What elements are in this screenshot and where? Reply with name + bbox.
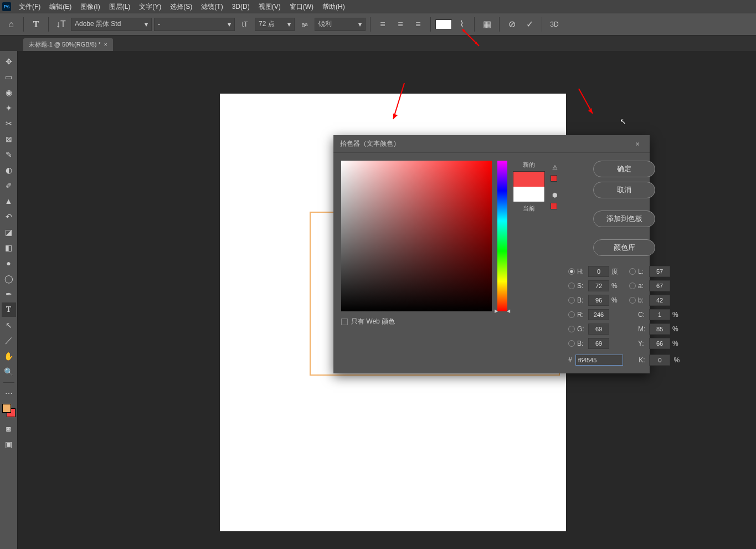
- align-left-icon[interactable]: ≡: [375, 17, 390, 32]
- separator: [499, 17, 500, 32]
- radio-bv[interactable]: [568, 297, 575, 304]
- type-tool-icon[interactable]: T: [2, 302, 16, 317]
- commit-icon[interactable]: ✓: [522, 17, 537, 32]
- radio-s[interactable]: [568, 283, 575, 289]
- warp-text-icon[interactable]: ⌇: [454, 17, 470, 32]
- menu-file[interactable]: 文件(F): [14, 0, 45, 13]
- dialog-title: 拾色器（文本颜色）: [340, 139, 400, 148]
- font-family-select[interactable]: Adobe 黑体 Std▾: [71, 18, 152, 31]
- brush-tool-icon[interactable]: ✐: [2, 178, 16, 193]
- menu-layer[interactable]: 图层(L): [105, 0, 135, 13]
- foreground-color[interactable]: [2, 404, 11, 413]
- font-style-select[interactable]: -▾: [154, 18, 235, 31]
- gamut-warning-icon[interactable]: ⚠: [551, 163, 559, 172]
- anti-alias-select[interactable]: 锐利▾: [315, 18, 366, 31]
- menu-select[interactable]: 选择(S): [166, 0, 197, 13]
- eraser-tool-icon[interactable]: ◪: [2, 225, 16, 239]
- color-swatches[interactable]: [2, 404, 16, 417]
- home-icon[interactable]: ⌂: [3, 17, 19, 32]
- input-k[interactable]: [649, 355, 670, 366]
- gradient-tool-icon[interactable]: ◧: [2, 240, 16, 255]
- magic-wand-tool-icon[interactable]: ✦: [2, 101, 16, 115]
- radio-g[interactable]: [568, 326, 575, 332]
- blur-tool-icon[interactable]: ●: [2, 256, 16, 270]
- panel-icon[interactable]: ▦: [479, 17, 495, 32]
- eyedropper-tool-icon[interactable]: ✎: [2, 147, 16, 162]
- crop-tool-icon[interactable]: ✂: [2, 116, 16, 131]
- menu-view[interactable]: 视图(V): [254, 0, 285, 13]
- separator: [430, 17, 431, 32]
- input-m[interactable]: [649, 324, 670, 335]
- radio-l[interactable]: [629, 268, 636, 275]
- 3d-icon[interactable]: 3D: [547, 17, 562, 32]
- screen-mode-icon[interactable]: ▣: [2, 437, 16, 451]
- input-h[interactable]: [588, 266, 609, 277]
- radio-r[interactable]: [568, 311, 575, 318]
- font-size-select[interactable]: 72 点▾: [255, 18, 295, 31]
- input-c[interactable]: [649, 309, 670, 320]
- dialog-titlebar[interactable]: 拾色器（文本颜色） ×: [333, 135, 650, 153]
- input-hex[interactable]: [575, 355, 623, 366]
- healing-tool-icon[interactable]: ◐: [2, 163, 16, 177]
- edit-toolbar-icon[interactable]: ⋯: [2, 386, 16, 401]
- radio-h[interactable]: [568, 268, 575, 275]
- document-tab[interactable]: 未标题-1 @ 50%(RGB/8) * ×: [23, 38, 113, 51]
- text-color-swatch[interactable]: [435, 19, 452, 29]
- pen-tool-icon[interactable]: ✒: [2, 287, 16, 301]
- web-only-checkbox[interactable]: [341, 319, 348, 325]
- close-icon[interactable]: ×: [632, 140, 643, 148]
- cursor-icon: ↖: [620, 117, 626, 126]
- separator: [3, 382, 14, 383]
- move-tool-icon[interactable]: ✥: [2, 54, 16, 69]
- hue-slider[interactable]: ▶◀: [497, 161, 507, 311]
- history-brush-tool-icon[interactable]: ↶: [2, 209, 16, 224]
- input-b[interactable]: [649, 295, 670, 306]
- lasso-tool-icon[interactable]: ◉: [2, 85, 16, 100]
- color-lib-button[interactable]: 颜色库: [593, 239, 655, 256]
- menu-image[interactable]: 图像(I): [76, 0, 104, 13]
- line-tool-icon[interactable]: ／: [2, 333, 16, 348]
- frame-tool-icon[interactable]: ⊠: [2, 132, 16, 146]
- input-g[interactable]: [588, 324, 609, 335]
- input-bb[interactable]: [588, 338, 609, 349]
- hand-tool-icon[interactable]: ✋: [2, 349, 16, 363]
- document-tab-bar: 未标题-1 @ 50%(RGB/8) * ×: [0, 35, 756, 51]
- marquee-tool-icon[interactable]: ▭: [2, 70, 16, 84]
- quick-mask-icon[interactable]: ◙: [2, 422, 16, 436]
- gamut-swatch[interactable]: [551, 175, 557, 182]
- radio-bb[interactable]: [568, 340, 575, 347]
- menu-type[interactable]: 文字(Y): [135, 0, 166, 13]
- menu-window[interactable]: 窗口(W): [285, 0, 318, 13]
- input-s[interactable]: [588, 280, 609, 291]
- align-right-icon[interactable]: ≡: [410, 17, 426, 32]
- menu-3d[interactable]: 3D(D): [228, 0, 254, 13]
- websafe-swatch[interactable]: [551, 203, 557, 209]
- input-bv[interactable]: [588, 295, 609, 306]
- menu-filter[interactable]: 滤镜(T): [197, 0, 227, 13]
- canvas-area[interactable]: 拾色器（文本颜色） × ▶◀ 新的: [18, 51, 756, 549]
- stamp-tool-icon[interactable]: ▲: [2, 194, 16, 208]
- radio-b[interactable]: [629, 297, 636, 304]
- saturation-box[interactable]: [341, 161, 492, 311]
- websafe-warning-icon[interactable]: ⬢: [551, 191, 559, 199]
- cancel-button[interactable]: 取消: [593, 182, 655, 198]
- close-tab-icon[interactable]: ×: [104, 42, 107, 48]
- text-orientation-icon[interactable]: ↓T: [53, 17, 69, 32]
- toolbar: ✥ ▭ ◉ ✦ ✂ ⊠ ✎ ◐ ✐ ▲ ↶ ◪ ◧ ● ◯ ✒ T ↖ ／ ✋ …: [0, 51, 18, 549]
- add-swatch-button[interactable]: 添加到色板: [593, 211, 655, 227]
- current-color-swatch: [513, 187, 544, 202]
- path-select-tool-icon[interactable]: ↖: [2, 318, 16, 332]
- dodge-tool-icon[interactable]: ◯: [2, 271, 16, 286]
- input-r[interactable]: [588, 309, 609, 320]
- type-tool-icon[interactable]: T: [28, 17, 44, 32]
- input-a[interactable]: [649, 280, 670, 291]
- radio-a[interactable]: [629, 283, 636, 289]
- cancel-icon[interactable]: ⊘: [504, 17, 520, 32]
- input-y[interactable]: [649, 338, 670, 349]
- ok-button[interactable]: 确定: [593, 161, 655, 177]
- zoom-tool-icon[interactable]: 🔍: [2, 365, 16, 379]
- align-center-icon[interactable]: ≡: [393, 17, 408, 32]
- menu-help[interactable]: 帮助(H): [318, 0, 349, 13]
- input-l[interactable]: [649, 266, 670, 277]
- menu-edit[interactable]: 编辑(E): [45, 0, 76, 13]
